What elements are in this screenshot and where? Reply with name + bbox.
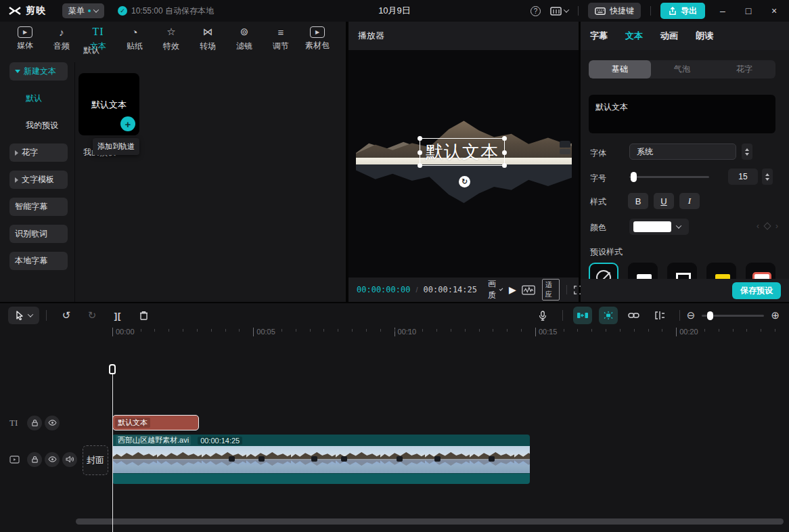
sidebar-item-default[interactable]: 默认 [9,89,68,108]
save-preset-button[interactable]: 保存预设 [732,282,781,299]
tab-animation[interactable]: 动画 [660,30,678,42]
tab-effects[interactable]: ☆特效 [153,23,189,54]
eye-icon [48,420,57,426]
tab-pack[interactable]: ▶素材包 [299,23,336,54]
subtab-basic[interactable]: 基础 [589,60,651,79]
media-library-panel: ▶媒体♪音频TI文本◔贴纸☆特效⋈转场⊚滤镜≡调节▶素材包 新建文本默认我的预设… [0,22,346,302]
cover-button[interactable]: 封面 [83,445,108,475]
maximize-button[interactable]: □ [740,5,757,16]
shortcuts-button[interactable]: 快捷键 [588,3,641,19]
handle-top-right[interactable] [502,136,507,141]
redo-button[interactable]: ↻ [83,307,101,324]
tab-filter[interactable]: ⊚滤镜 [226,23,263,54]
zoom-in-button[interactable]: ⊕ [771,309,780,322]
handle-mid-left[interactable] [418,150,422,155]
video-thumbnail [514,446,530,473]
lock-track-button[interactable] [27,452,42,467]
underline-button-glyph: U [660,196,667,206]
text-clip[interactable]: 默认文本 [112,415,199,430]
tab-audio[interactable]: ♪音频 [43,23,80,54]
record-voiceover-button[interactable] [534,307,551,324]
handle-top-left[interactable] [418,136,422,141]
ruler-label: 00:05 [253,328,275,336]
sidebar-item-fancy-text[interactable]: 花字 [9,143,68,162]
pager-next-icon[interactable]: › [775,221,778,231]
underline-button[interactable]: U [654,193,674,209]
quality-dropdown[interactable]: 画质 [488,278,502,301]
play-button[interactable]: ▶ [509,284,516,295]
video-thumbnail [470,446,514,473]
inspector-panel: 字幕文本动画朗读 基础气泡花字 默认文本 字体 系统 字号 15 样式 BUI … [581,22,789,302]
link-button[interactable] [625,307,644,324]
handle-bottom-left[interactable] [418,163,422,168]
size-stepper[interactable] [762,169,773,185]
subtab-bubble[interactable]: 气泡 [651,60,713,79]
slider-thumb[interactable] [707,311,713,320]
delete-button[interactable] [135,307,152,324]
sidebar-item-text-template[interactable]: 文字模板 [9,171,68,189]
font-size-value[interactable]: 15 [728,169,758,185]
tab-reading[interactable]: 朗读 [696,30,713,42]
video-preview-frame[interactable]: 默认文本 ↻ [356,93,572,218]
pager-prev-icon[interactable]: ‹ [757,221,759,231]
preview-axis-button[interactable] [650,307,669,324]
bold-button[interactable]: B [628,193,648,209]
toggle-track-visibility-button[interactable] [45,416,60,430]
help-icon[interactable]: ? [531,6,541,16]
color-picker[interactable] [629,219,689,235]
timeline-horizontal-scrollbar[interactable] [76,518,784,525]
expanded-icon [15,70,20,73]
tab-adjust[interactable]: ≡调节 [263,23,299,54]
sidebar-item-smart-subtitle[interactable]: 智能字幕 [9,198,68,216]
mute-track-button[interactable] [62,452,77,467]
select-tool-button[interactable] [8,307,39,324]
toggle-track-visibility-button[interactable] [45,452,60,467]
split-button[interactable]: ][ [109,307,127,324]
video-clip[interactable]: 西部山区越野素材.avi 00:00:14:25 [112,435,530,484]
subtab-fancy[interactable]: 花字 [713,60,775,79]
timeline-ruler[interactable]: 00:0000:0500:1000:1500:20 [74,328,789,340]
collapsed-icon [15,150,18,156]
tab-media[interactable]: ▶媒体 [7,23,43,54]
sidebar-item-new-text[interactable]: 新建文本 [9,62,68,81]
playhead-line[interactable] [112,364,113,532]
text-sidebar: 新建文本默认我的预设花字文字模板智能字幕识别歌词本地字幕 [5,62,73,279]
workspace-layout-button[interactable] [550,7,568,16]
default-text-card[interactable]: 默认文本 + [78,73,139,135]
slider-thumb[interactable] [631,172,637,182]
handle-mid-right[interactable] [502,150,507,155]
italic-button[interactable]: I [679,193,700,209]
font-stepper[interactable] [742,143,752,160]
style-buttons: BUI [628,193,705,209]
lock-track-button[interactable] [27,416,42,430]
export-button[interactable]: 导出 [660,3,705,19]
ruler-tick [338,329,338,332]
font-select[interactable]: 系统 [629,143,736,160]
tab-text-settings[interactable]: 文本 [625,30,643,42]
rotate-handle[interactable]: ↻ [459,176,470,187]
mirror-waveform-icon[interactable] [522,284,535,296]
main-track-magnet-button[interactable] [573,307,592,324]
font-size-slider[interactable] [629,176,709,178]
tab-transition[interactable]: ⋈转场 [189,23,226,54]
zoom-out-button[interactable]: ⊖ [687,309,696,322]
fit-button[interactable]: 适应 [542,279,560,301]
tab-subtitle[interactable]: 字幕 [590,30,608,42]
minimize-button[interactable]: – [715,5,731,16]
sidebar-item-my-presets[interactable]: 我的预设 [9,116,68,135]
close-button[interactable]: × [766,5,782,16]
add-to-track-button[interactable]: + [120,116,135,131]
text-selection-box[interactable]: 默认文本 [420,138,505,166]
text-content-input[interactable]: 默认文本 [589,95,775,133]
app-logo: 剪映 [8,5,46,17]
handle-bottom-right[interactable] [502,163,507,168]
timeline-zoom-slider[interactable] [702,315,764,317]
auto-snap-button[interactable] [599,307,618,324]
tab-sticker[interactable]: ◔贴纸 [116,23,153,54]
undo-button[interactable]: ↺ [58,307,75,324]
sidebar-item-lyrics-recognition[interactable]: 识别歌词 [9,225,68,243]
menu-button[interactable]: 菜单 [62,3,104,18]
ruler-tick [606,329,606,332]
playhead-handle[interactable] [109,364,116,374]
sidebar-item-local-subtitle[interactable]: 本地字幕 [9,252,68,270]
